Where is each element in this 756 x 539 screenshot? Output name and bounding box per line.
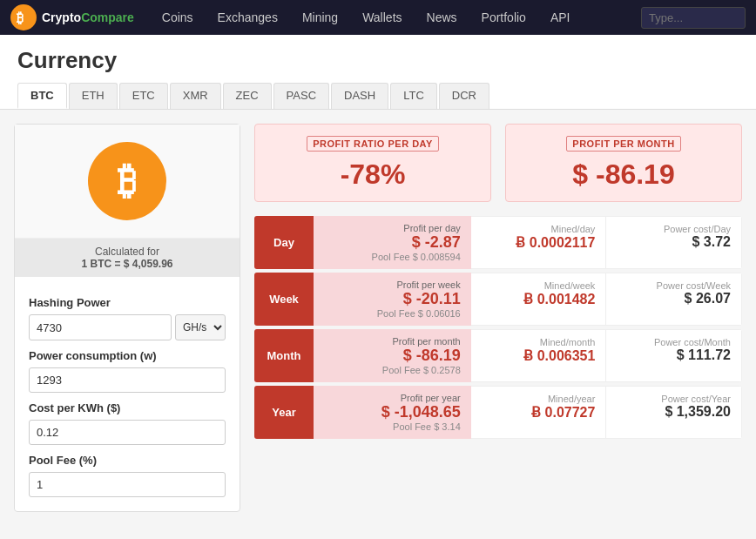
hashing-power-unit-select[interactable]: GH/s MH/s KH/s TH/s xyxy=(175,314,226,340)
tab-btc[interactable]: BTC xyxy=(17,83,67,109)
right-panel: PROFIT RATIO PER DAY -78% PROFIT PER MON… xyxy=(254,124,742,512)
main-content: ₿ Calculated for 1 BTC = $ 4,059.96 Hash… xyxy=(0,110,756,526)
row-profit-cell: Profit per month $ -86.19 Pool Fee $ 0.2… xyxy=(314,329,471,382)
cost-per-kwh-label: Cost per KWh ($) xyxy=(29,401,226,414)
row-profit-value: $ -2.87 xyxy=(324,233,461,252)
table-row: Year Profit per year $ -1,048.65 Pool Fe… xyxy=(254,386,742,439)
logo-text-compare: Compare xyxy=(81,10,134,24)
row-mined-cell: Mined/month Ƀ 0.006351 xyxy=(471,329,607,382)
calculated-value: 1 BTC = $ 4,059.96 xyxy=(22,258,233,270)
row-pool-fee: Pool Fee $ 0.06016 xyxy=(324,308,461,319)
row-profit-value: $ -20.11 xyxy=(324,290,461,308)
nav-mining[interactable]: Mining xyxy=(292,0,348,35)
hashing-power-label: Hashing Power xyxy=(29,296,226,309)
row-mined-value: Ƀ 0.0002117 xyxy=(482,234,596,251)
profit-summary: PROFIT RATIO PER DAY -78% PROFIT PER MON… xyxy=(254,124,742,202)
profit-ratio-label: PROFIT RATIO PER DAY xyxy=(307,136,439,152)
tab-zec[interactable]: ZEC xyxy=(223,83,272,109)
calculated-for: Calculated for 1 BTC = $ 4,059.96 xyxy=(15,239,240,277)
page-title: Currency xyxy=(17,47,739,74)
form-section: Hashing Power GH/s MH/s KH/s TH/s Power … xyxy=(15,277,240,497)
row-power-title: Power cost/Year xyxy=(617,394,731,404)
row-power-value: $ 111.72 xyxy=(617,347,731,363)
row-power-cell: Power cost/Week $ 26.07 xyxy=(606,273,742,326)
currency-tabs: BTC ETH ETC XMR ZEC PASC DASH LTC DCR xyxy=(17,83,739,109)
nav-links: Coins Exchanges Mining Wallets News Port… xyxy=(152,0,641,35)
row-power-value: $ 3.72 xyxy=(617,234,731,250)
row-period-label: Week xyxy=(254,273,314,326)
row-profit-cell: Profit per year $ -1,048.65 Pool Fee $ 3… xyxy=(314,386,471,439)
nav-wallets[interactable]: Wallets xyxy=(352,0,412,35)
row-power-value: $ 1,359.20 xyxy=(617,404,731,420)
row-power-title: Power cost/Day xyxy=(617,224,731,234)
nav-api[interactable]: API xyxy=(540,0,581,35)
row-profit-cell: Profit per week $ -20.11 Pool Fee $ 0.06… xyxy=(314,273,471,326)
row-power-cell: Power cost/Year $ 1,359.20 xyxy=(606,386,742,439)
row-mined-title: Mined/month xyxy=(482,337,596,347)
nav-news[interactable]: News xyxy=(416,0,468,35)
row-pool-fee: Pool Fee $ 0.008594 xyxy=(324,252,461,262)
search-input[interactable] xyxy=(641,7,746,29)
hashing-power-input[interactable] xyxy=(29,314,172,340)
calculated-label: Calculated for xyxy=(95,246,159,258)
pool-fee-input[interactable] xyxy=(29,472,226,497)
table-row: Week Profit per week $ -20.11 Pool Fee $… xyxy=(254,273,742,326)
row-mined-value: Ƀ 0.001482 xyxy=(482,291,596,307)
row-profit-value: $ -86.19 xyxy=(324,347,461,365)
table-row: Day Profit per day $ -2.87 Pool Fee $ 0.… xyxy=(254,216,742,269)
logo[interactable]: ₿ Crypto Compare xyxy=(10,4,134,30)
row-mined-value: Ƀ 0.07727 xyxy=(482,404,596,421)
row-power-title: Power cost/Month xyxy=(617,337,731,347)
row-profit-value: $ -1,048.65 xyxy=(324,403,461,421)
tab-pasc[interactable]: PASC xyxy=(273,83,329,109)
tab-dcr[interactable]: DCR xyxy=(439,83,489,109)
row-profit-title: Profit per week xyxy=(324,280,461,290)
btc-symbol: ₿ xyxy=(118,159,137,204)
row-period-label: Day xyxy=(254,216,314,269)
tab-dash[interactable]: DASH xyxy=(331,83,388,109)
row-profit-title: Profit per month xyxy=(324,336,461,347)
power-consumption-label: Power consumption (w) xyxy=(29,349,226,362)
table-row: Month Profit per month $ -86.19 Pool Fee… xyxy=(254,329,742,382)
row-profit-cell: Profit per day $ -2.87 Pool Fee $ 0.0085… xyxy=(314,216,471,269)
tab-ltc[interactable]: LTC xyxy=(390,83,437,109)
row-profit-title: Profit per year xyxy=(324,393,461,403)
power-consumption-input[interactable] xyxy=(29,367,226,393)
left-panel: ₿ Calculated for 1 BTC = $ 4,059.96 Hash… xyxy=(14,124,240,512)
profit-ratio-value: -78% xyxy=(269,158,476,191)
nav-exchanges[interactable]: Exchanges xyxy=(207,0,288,35)
tab-etc[interactable]: ETC xyxy=(119,83,168,109)
data-rows-container: Day Profit per day $ -2.87 Pool Fee $ 0.… xyxy=(254,216,742,439)
row-period-label: Month xyxy=(254,329,314,382)
profit-month-label: PROFIT PER MONTH xyxy=(566,136,680,152)
nav-portfolio[interactable]: Portfolio xyxy=(471,0,537,35)
row-mined-title: Mined/week xyxy=(482,280,596,291)
currency-header: Currency BTC ETH ETC XMR ZEC PASC DASH L… xyxy=(0,35,756,110)
row-mined-cell: Mined/day Ƀ 0.0002117 xyxy=(471,216,607,269)
btc-logo-icon: ₿ xyxy=(15,9,32,26)
row-power-cell: Power cost/Month $ 111.72 xyxy=(606,329,742,382)
svg-text:₿: ₿ xyxy=(17,10,24,25)
profit-month-value: $ -86.19 xyxy=(520,158,727,191)
row-pool-fee: Pool Fee $ 3.14 xyxy=(324,421,461,432)
nav-coins[interactable]: Coins xyxy=(152,0,204,35)
row-mined-cell: Mined/year Ƀ 0.07727 xyxy=(471,386,607,439)
pool-fee-label: Pool Fee (%) xyxy=(29,454,226,467)
logo-icon: ₿ xyxy=(10,4,37,30)
cost-per-kwh-input[interactable] xyxy=(29,420,226,445)
row-power-cell: Power cost/Day $ 3.72 xyxy=(606,216,742,269)
row-pool-fee: Pool Fee $ 0.2578 xyxy=(324,365,461,375)
profit-ratio-box: PROFIT RATIO PER DAY -78% xyxy=(254,124,491,202)
row-mined-value: Ƀ 0.006351 xyxy=(482,347,596,364)
row-power-value: $ 26.07 xyxy=(617,291,731,307)
row-period-label: Year xyxy=(254,386,314,439)
hashing-power-row: GH/s MH/s KH/s TH/s xyxy=(29,314,226,340)
row-mined-title: Mined/year xyxy=(482,394,596,404)
row-mined-title: Mined/day xyxy=(482,224,596,234)
row-mined-cell: Mined/week Ƀ 0.001482 xyxy=(471,273,607,326)
btc-circle: ₿ xyxy=(88,142,166,220)
tab-eth[interactable]: ETH xyxy=(69,83,118,109)
row-power-title: Power cost/Week xyxy=(617,280,731,291)
tab-xmr[interactable]: XMR xyxy=(170,83,221,109)
logo-text-crypto: Crypto xyxy=(42,10,81,24)
